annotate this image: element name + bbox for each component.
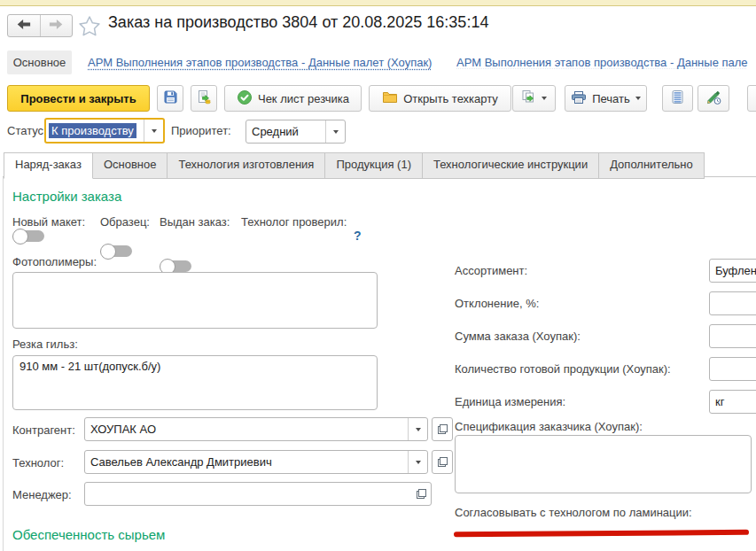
dropdown-caret-icon	[416, 428, 421, 431]
nav-tab-main[interactable]: Основное	[7, 50, 72, 74]
change-history-button[interactable]	[698, 85, 729, 112]
report-list-button[interactable]	[662, 85, 693, 112]
assortment-label: Ассортимент:	[455, 264, 527, 277]
deviation-field[interactable]	[709, 291, 756, 315]
copy-arrow-icon	[521, 89, 536, 107]
new-layout-toggle[interactable]	[12, 229, 45, 244]
priority-label: Приоритет:	[171, 124, 231, 137]
post-and-close-button[interactable]: Провести и закрыть	[7, 85, 150, 112]
finished-qty-field[interactable]	[709, 357, 756, 381]
sample-toggle[interactable]	[100, 244, 133, 259]
pencil-clock-icon	[705, 89, 722, 108]
photopolymers-textarea[interactable]	[12, 272, 378, 329]
tab-produkciya[interactable]: Продукция (1)	[324, 152, 423, 179]
nav-link-palet-2[interactable]: АРМ Выполнения этапов производства - Дан…	[456, 56, 756, 69]
more-button-clipped[interactable]	[747, 85, 756, 112]
back-button[interactable]	[8, 15, 40, 36]
finished-qty-label: Количество готовой продукции (Хоупак):	[455, 362, 671, 376]
document-tabbar: Наряд-заказ Основное Технология изготовл…	[4, 152, 705, 177]
photopolymers-label: Фотополимеры:	[12, 255, 97, 268]
forward-button[interactable]	[40, 15, 73, 36]
spec-label: Спецификация заказчика (Хоупак):	[455, 420, 643, 433]
tab-osnovnoe[interactable]: Основное	[92, 152, 168, 179]
technologist-open-button[interactable]	[432, 450, 453, 474]
section-raw-materials: Обеспеченность сырьем	[12, 527, 165, 542]
print-button[interactable]: Печать	[565, 85, 647, 112]
printer-icon	[571, 90, 587, 107]
deviation-label: Отклонение, %:	[455, 297, 539, 310]
save-button[interactable]	[157, 85, 183, 112]
contractor-dropdown-button[interactable]	[408, 418, 427, 440]
contractor-field[interactable]: ХОУПАК АО	[84, 417, 428, 441]
forward-arrow-icon	[49, 19, 63, 33]
nav-link-palet-1[interactable]: АРМ Выполнения этапов производства - Дан…	[88, 56, 432, 69]
tab-instrukcii[interactable]: Технологические инструкции	[422, 152, 599, 179]
red-annotation-underline	[454, 530, 749, 537]
form-left-border	[3, 176, 4, 551]
manager-field[interactable]	[84, 482, 432, 506]
technologist-label: Технолог:	[12, 456, 64, 470]
help-link[interactable]: ?	[354, 229, 362, 243]
priority-value: Средний	[246, 120, 325, 143]
open-icon	[438, 424, 448, 434]
history-nav-group	[7, 14, 73, 37]
dropdown-caret-icon	[542, 97, 547, 100]
favorite-star-icon[interactable]	[78, 15, 101, 40]
lamination-label: Согласовывать с технологом по ламинации:	[455, 506, 692, 519]
production-order-window: Заказ на производство 3804 от 20.08.2025…	[0, 0, 756, 551]
tech-approved-label: Технолог проверил:	[241, 215, 347, 229]
status-label: Статус:	[7, 124, 47, 137]
unit-label: Единица измерения:	[455, 395, 565, 408]
order-issued-label: Выдан заказ:	[160, 215, 230, 229]
new-layout-label: Новый макет:	[12, 215, 85, 229]
manager-label: Менеджер:	[12, 488, 72, 501]
folder-icon	[382, 90, 398, 106]
post-document-button[interactable]	[191, 85, 217, 112]
cutter-checklist-button[interactable]: Чек лист резчика	[224, 85, 362, 112]
priority-combobox[interactable]: Средний	[246, 120, 346, 144]
technologist-dropdown-button[interactable]	[408, 451, 427, 473]
tab-tehnologiya[interactable]: Технология изготовления	[167, 152, 325, 179]
contractor-label: Контрагент:	[12, 423, 75, 437]
dropdown-caret-icon	[635, 97, 641, 100]
open-techcard-button[interactable]: Открыть техкарту	[369, 85, 511, 112]
open-icon	[417, 489, 426, 499]
back-arrow-icon	[17, 19, 31, 33]
window-top-strip	[0, 0, 756, 6]
sleeve-cutting-label: Резка гильз:	[12, 338, 78, 351]
technologist-field[interactable]: Савельев Александр Дмитриевич	[84, 450, 428, 474]
tab-dopolnitelno[interactable]: Дополнительно	[598, 152, 705, 179]
status-dropdown-button[interactable]	[144, 120, 163, 142]
status-value: К производству	[49, 123, 136, 138]
list-icon	[671, 89, 684, 107]
unit-field[interactable]: кг	[709, 390, 756, 414]
check-circle-icon	[237, 89, 253, 108]
spec-textarea[interactable]	[455, 435, 752, 493]
order-sum-field[interactable]	[709, 324, 756, 348]
post-document-icon	[197, 89, 212, 107]
tab-naryad-zakaz[interactable]: Наряд-заказ	[4, 152, 93, 179]
section-order-settings: Настройки заказа	[12, 189, 121, 204]
save-icon	[163, 89, 178, 107]
contractor-open-button[interactable]	[432, 417, 453, 441]
status-combobox[interactable]: К производству	[44, 118, 165, 144]
sleeve-cutting-textarea[interactable]: 910 мм - 21 шт(допуск.б/у)	[12, 355, 378, 410]
create-based-on-button[interactable]	[512, 85, 556, 112]
page-title: Заказ на производство 3804 от 20.08.2025…	[108, 13, 488, 32]
priority-dropdown-button[interactable]	[325, 120, 345, 143]
assortment-field[interactable]: Буфлен	[709, 259, 756, 283]
order-sum-label: Сумма заказа (Хоупак):	[455, 330, 581, 343]
sample-label: Образец:	[100, 215, 150, 229]
dropdown-caret-icon	[152, 129, 157, 133]
manager-open-button[interactable]	[411, 483, 431, 505]
dropdown-caret-icon	[416, 461, 421, 464]
dropdown-caret-icon	[333, 130, 339, 134]
open-icon	[438, 457, 448, 467]
